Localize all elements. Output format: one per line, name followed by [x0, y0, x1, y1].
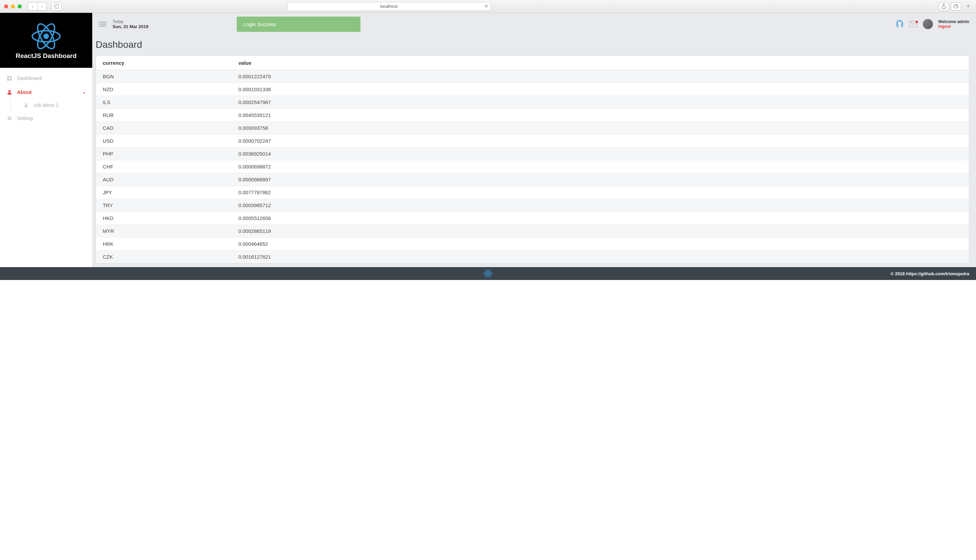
sidebar-toggle-button[interactable]: [52, 2, 62, 10]
date-value: Sun, 31 Mar 2019: [113, 24, 148, 29]
svg-point-13: [25, 103, 27, 105]
svg-point-12: [8, 90, 10, 92]
logo-block: ReactJS Dashboard: [0, 13, 92, 68]
url-bar[interactable]: localhost ⟳: [287, 2, 491, 11]
sidebar: ReactJS Dashboard Dashboard About ⌄: [0, 13, 92, 267]
topbar: Today Sun, 31 Mar 2019 Login Success Wel…: [92, 13, 976, 35]
cell-currency: RUB: [96, 109, 232, 122]
cell-currency: NZD: [96, 83, 232, 96]
cell-value: 0.0045539121: [232, 109, 969, 122]
avatar[interactable]: [923, 19, 933, 29]
sidebar-item-dashboard[interactable]: Dashboard: [0, 71, 92, 85]
cell-value: 0.0002865119: [232, 225, 969, 238]
cell-value: 0.0003965712: [232, 199, 969, 212]
cell-value: 0.0000988897: [232, 173, 969, 186]
cell-currency: HKD: [96, 212, 232, 225]
cell-value: 0.000093758: [232, 122, 969, 135]
sidebar-subitem-sub-about-1[interactable]: sub about 1: [10, 99, 92, 111]
maximize-window-button[interactable]: [18, 4, 22, 8]
minimize-window-button[interactable]: [11, 4, 15, 8]
table-row: RUB0.0045539121: [96, 109, 969, 122]
nav-label: About: [17, 89, 32, 95]
panel-icon: [54, 4, 59, 8]
sidebar-item-setting[interactable]: Setting: [0, 111, 92, 125]
nav-label: Setting: [17, 115, 33, 121]
logout-link[interactable]: logout: [938, 24, 969, 29]
react-logo-icon: [483, 269, 493, 278]
table-row: PHP0.0036925014: [96, 147, 969, 160]
table-row: CHF0.0000698872: [96, 160, 969, 173]
app-title: ReactJS Dashboard: [16, 52, 77, 60]
cell-currency: CHF: [96, 160, 232, 173]
share-button[interactable]: [939, 2, 949, 10]
cell-value: 0.0001222479: [232, 70, 969, 83]
table-row: BGN0.0001222479: [96, 70, 969, 83]
browser-chrome: ‹ › localhost ⟳ +: [0, 0, 976, 13]
gear-icon: [6, 116, 13, 121]
subnav-label: sub about 1: [33, 102, 58, 108]
cell-value: 0.0036925014: [232, 147, 969, 160]
cell-currency: BGN: [96, 70, 232, 83]
cell-currency: HRK: [96, 238, 232, 250]
table-row: CAD0.000093758: [96, 122, 969, 135]
welcome-text: Welcome admin: [938, 19, 969, 24]
topbar-right: Welcome admin logout: [896, 19, 969, 29]
cell-value: 0.0005512656: [232, 212, 969, 225]
main: Today Sun, 31 Mar 2019 Login Success Wel…: [92, 13, 976, 267]
svg-rect-0: [55, 4, 59, 8]
mail-icon[interactable]: [909, 21, 917, 27]
table-row: MYR0.0002865119: [96, 225, 969, 238]
grid-icon: [6, 76, 13, 81]
cell-value: 0.0000698872: [232, 160, 969, 173]
cell-value: 0.0002547967: [232, 96, 969, 109]
browser-right-buttons: [939, 2, 961, 10]
page-title: Dashboard: [96, 39, 969, 50]
alert-success: Login Success: [237, 17, 360, 32]
chevron-down-icon: ⌄: [82, 90, 86, 95]
tabs-icon: [954, 4, 958, 8]
date-label: Today: [113, 19, 148, 24]
svg-rect-9: [10, 76, 12, 78]
sidebar-item-about[interactable]: About ⌄: [0, 85, 92, 99]
content: Dashboard currency value BGN0.0001222479…: [92, 35, 976, 267]
cell-value: 0.0077787862: [232, 186, 969, 199]
refresh-icon[interactable]: ⟳: [485, 4, 488, 9]
user-block: Welcome admin logout: [938, 19, 969, 29]
table-row: NZD0.0001031338: [96, 83, 969, 96]
tabs-button[interactable]: [951, 2, 961, 10]
svg-rect-3: [954, 5, 957, 8]
hamburger-button[interactable]: [99, 22, 107, 27]
date-block: Today Sun, 31 Mar 2019: [113, 19, 148, 29]
support-icon[interactable]: [896, 20, 904, 28]
close-window-button[interactable]: [4, 4, 8, 8]
footer-text: © 2018 https://github.com/trionoputra: [891, 271, 969, 276]
cell-currency: AUD: [96, 173, 232, 186]
cell-currency: MYR: [96, 225, 232, 238]
nav-list: Dashboard About ⌄ sub about 1 Setting: [0, 68, 92, 125]
cell-currency: CAD: [96, 122, 232, 135]
table-row: HKD0.0005512656: [96, 212, 969, 225]
currency-table: currency value BGN0.0001222479NZD0.00010…: [96, 56, 969, 263]
svg-rect-11: [10, 78, 12, 81]
back-button[interactable]: ‹: [28, 2, 37, 10]
table-row: JPY0.0077787862: [96, 186, 969, 199]
cell-currency: PHP: [96, 147, 232, 160]
table-row: USD0.0000702247: [96, 135, 969, 147]
cell-currency: TRY: [96, 199, 232, 212]
currency-table-card: currency value BGN0.0001222479NZD0.00010…: [96, 56, 969, 264]
table-header-value: value: [232, 56, 969, 70]
cell-value: 0.000464652: [232, 238, 969, 250]
table-row: ILS0.0002547967: [96, 96, 969, 109]
cell-value: 0.0016127621: [232, 250, 969, 263]
url-text: localhost: [380, 4, 397, 9]
svg-rect-10: [7, 78, 9, 81]
svg-rect-8: [7, 76, 9, 78]
table-row: HRK0.000464652: [96, 238, 969, 250]
cell-currency: JPY: [96, 186, 232, 199]
cell-value: 0.0000702247: [232, 135, 969, 147]
traffic-lights: [4, 4, 22, 8]
forward-button[interactable]: ›: [37, 2, 47, 10]
new-tab-button[interactable]: +: [964, 3, 972, 10]
react-logo-icon: [29, 21, 63, 52]
table-row: CZK0.0016127621: [96, 250, 969, 263]
